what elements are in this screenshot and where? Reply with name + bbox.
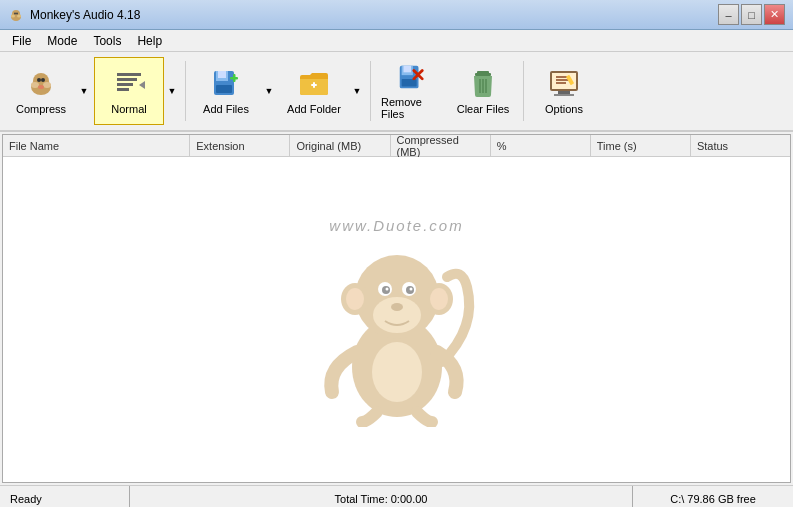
col-header-original[interactable]: Original (MB) [290, 135, 390, 156]
svg-rect-16 [117, 88, 129, 91]
title-left: Monkey's Audio 4.18 [8, 7, 140, 23]
total-time-text: Total Time: 0:00.00 [335, 493, 428, 505]
minimize-button[interactable]: – [718, 4, 739, 25]
remove-files-icon [395, 62, 427, 92]
compress-dropdown[interactable]: ▼ [76, 57, 92, 125]
col-header-percent[interactable]: % [491, 135, 591, 156]
svg-point-58 [391, 303, 403, 311]
col-header-time[interactable]: Time (s) [591, 135, 691, 156]
options-icon [548, 67, 580, 99]
clear-files-label: Clear Files [457, 103, 510, 115]
svg-point-2 [11, 14, 15, 17]
svg-rect-14 [117, 78, 137, 81]
toolbar: Compress ▼ Normal ▼ [0, 52, 793, 132]
svg-point-49 [346, 288, 364, 310]
status-disk: C:\ 79.86 GB free [633, 486, 793, 507]
status-time: Total Time: 0:00.00 [130, 486, 633, 507]
options-group: Options [529, 57, 599, 125]
sep-1 [185, 61, 186, 121]
clear-files-group: Clear Files [448, 57, 518, 125]
menu-mode[interactable]: Mode [39, 32, 85, 50]
compress-icon [25, 67, 57, 99]
col-header-filename[interactable]: File Name [3, 135, 190, 156]
compress-label: Compress [16, 103, 66, 115]
options-button[interactable]: Options [529, 57, 599, 125]
menu-bar: File Mode Tools Help [0, 30, 793, 52]
svg-point-8 [31, 82, 39, 88]
menu-help[interactable]: Help [129, 32, 170, 50]
status-ready: Ready [0, 486, 130, 507]
add-folder-group: Add Folder ▼ [279, 57, 365, 125]
svg-point-56 [385, 288, 388, 291]
col-header-extension[interactable]: Extension [190, 135, 290, 156]
svg-point-12 [38, 85, 44, 89]
monkey-watermark-area: www.Duote.com [3, 157, 790, 447]
normal-label: Normal [111, 103, 146, 115]
svg-rect-28 [404, 66, 412, 73]
add-folder-icon [298, 67, 330, 99]
add-files-group: Add Files ▼ [191, 57, 277, 125]
clear-files-icon [467, 67, 499, 99]
title-buttons: – □ ✕ [718, 4, 785, 25]
window-title: Monkey's Audio 4.18 [30, 8, 140, 22]
status-bar: Ready Total Time: 0:00.00 C:\ 79.86 GB f… [0, 485, 793, 507]
svg-point-59 [372, 342, 422, 402]
add-files-dropdown[interactable]: ▼ [261, 57, 277, 125]
svg-rect-43 [558, 91, 570, 94]
svg-rect-13 [117, 73, 141, 76]
title-bar: Monkey's Audio 4.18 – □ ✕ [0, 0, 793, 30]
add-files-button[interactable]: Add Files [191, 57, 261, 125]
svg-point-50 [430, 288, 448, 310]
clear-files-button[interactable]: Clear Files [448, 57, 518, 125]
svg-point-57 [409, 288, 412, 291]
table-header: File Name Extension Original (MB) Compre… [3, 135, 790, 157]
normal-button[interactable]: Normal [94, 57, 164, 125]
normal-icon [113, 67, 145, 99]
remove-files-group: Remove Files [376, 57, 446, 125]
svg-point-5 [16, 12, 18, 14]
svg-rect-15 [117, 83, 133, 86]
menu-file[interactable]: File [4, 32, 39, 50]
compress-group: Compress ▼ [6, 57, 92, 125]
add-files-label: Add Files [203, 103, 249, 115]
svg-rect-44 [554, 94, 574, 96]
mode-dropdown[interactable]: ▼ [164, 57, 180, 125]
col-header-status[interactable]: Status [691, 135, 790, 156]
svg-rect-23 [233, 74, 236, 82]
svg-rect-33 [477, 71, 489, 74]
monkey-svg [297, 207, 497, 427]
remove-files-label: Remove Files [381, 96, 441, 120]
svg-point-51 [373, 297, 421, 333]
add-folder-dropdown[interactable]: ▼ [349, 57, 365, 125]
sep-2 [370, 61, 371, 121]
app-icon [8, 7, 24, 23]
svg-point-4 [14, 12, 16, 14]
compress-button[interactable]: Compress [6, 57, 76, 125]
maximize-button[interactable]: □ [741, 4, 762, 25]
add-folder-label: Add Folder [287, 103, 341, 115]
options-label: Options [545, 103, 583, 115]
add-files-icon [210, 67, 242, 99]
main-content: File Name Extension Original (MB) Compre… [2, 134, 791, 483]
normal-group: Normal ▼ [94, 57, 180, 125]
remove-files-button[interactable]: Remove Files [376, 57, 446, 125]
table-body: www.Duote.com [3, 157, 790, 482]
add-folder-button[interactable]: Add Folder [279, 57, 349, 125]
sep-3 [523, 61, 524, 121]
status-ready-text: Ready [10, 493, 42, 505]
svg-point-9 [43, 82, 51, 88]
col-header-compressed[interactable]: Compressed (MB) [391, 135, 491, 156]
svg-point-3 [17, 14, 21, 17]
svg-rect-25 [313, 82, 315, 88]
svg-point-11 [41, 78, 45, 82]
close-button[interactable]: ✕ [764, 4, 785, 25]
svg-point-10 [37, 78, 41, 82]
svg-marker-17 [139, 81, 145, 89]
disk-free-text: C:\ 79.86 GB free [670, 493, 756, 505]
svg-rect-21 [216, 85, 232, 93]
menu-tools[interactable]: Tools [85, 32, 129, 50]
svg-rect-20 [218, 71, 226, 78]
